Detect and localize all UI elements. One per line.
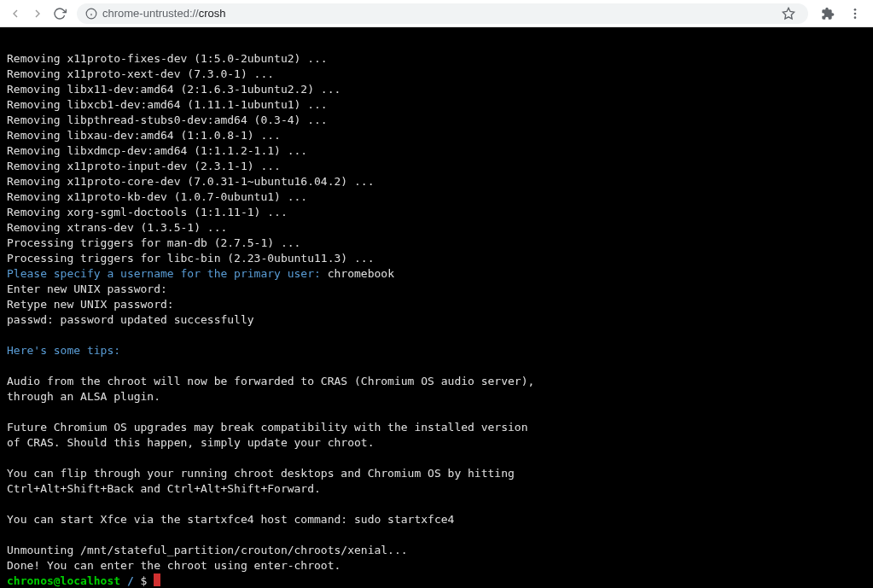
terminal-line: Processing triggers for libc-bin (2.23-0… <box>7 251 866 266</box>
terminal-line: Here's some tips: <box>7 343 866 358</box>
terminal-line <box>7 451 866 466</box>
menu-icon[interactable] <box>847 6 863 21</box>
terminal-line <box>7 328 866 343</box>
terminal-line: Removing xtrans-dev (1.3.5-1) ... <box>7 220 866 236</box>
terminal-line: Removing x11proto-core-dev (7.0.31-1~ubu… <box>7 174 866 189</box>
terminal-line: Processing triggers for man-db (2.7.5-1)… <box>7 236 866 251</box>
terminal[interactable]: Removing x11proto-fixes-dev (1:5.0-2ubun… <box>0 27 873 588</box>
terminal-line: Ctrl+Alt+Shift+Back and Ctrl+Alt+Shift+F… <box>7 481 866 497</box>
terminal-line: through an ALSA plugin. <box>7 389 866 405</box>
terminal-line <box>7 497 866 512</box>
bookmark-star-icon[interactable] <box>781 6 796 21</box>
terminal-line: Unmounting /mnt/stateful_partition/crout… <box>7 543 866 558</box>
terminal-line: Removing libxau-dev:amd64 (1:1.0.8-1) ..… <box>7 128 866 143</box>
terminal-line: Removing x11proto-input-dev (2.3.1-1) ..… <box>7 159 866 174</box>
terminal-line: You can start Xfce via the startxfce4 ho… <box>7 512 866 527</box>
terminal-line: Removing x11proto-kb-dev (1.0.7-0ubuntu1… <box>7 189 866 205</box>
reload-button[interactable] <box>51 5 68 22</box>
terminal-line: Audio from the chroot will now be forwar… <box>7 374 866 389</box>
terminal-line: Removing x11proto-fixes-dev (1:5.0-2ubun… <box>7 51 866 67</box>
terminal-line: passwd: password updated successfully <box>7 312 866 328</box>
terminal-line: Removing x11proto-xext-dev (7.3.0-1) ... <box>7 67 866 82</box>
terminal-line: Removing libxcb1-dev:amd64 (1.11.1-1ubun… <box>7 97 866 113</box>
terminal-line: of CRAS. Should this happen, simply upda… <box>7 435 866 451</box>
svg-point-5 <box>854 12 857 15</box>
terminal-line: Future Chromium OS upgrades may break co… <box>7 420 866 435</box>
terminal-line: You can flip through your running chroot… <box>7 466 866 481</box>
terminal-line <box>7 527 866 543</box>
svg-point-6 <box>854 16 857 19</box>
terminal-line: Enter new UNIX password: <box>7 282 866 297</box>
terminal-line: Removing xorg-sgml-doctools (1:1.11-1) .… <box>7 205 866 220</box>
terminal-line <box>7 358 866 374</box>
svg-marker-3 <box>783 8 794 19</box>
svg-point-4 <box>854 9 857 11</box>
terminal-line: Done! You can enter the chroot using ent… <box>7 558 866 573</box>
address-bar[interactable]: chrome-untrusted://crosh <box>77 3 808 24</box>
extensions-icon[interactable] <box>820 6 835 21</box>
url-text: chrome-untrusted://crosh <box>102 7 772 20</box>
terminal-line: Removing libxdmcp-dev:amd64 (1:1.1.2-1.1… <box>7 143 866 159</box>
terminal-line: Removing libx11-dev:amd64 (2:1.6.3-1ubun… <box>7 82 866 97</box>
site-info-icon[interactable] <box>85 8 97 20</box>
terminal-prompt[interactable]: chronos@localhost / $ <box>7 573 866 588</box>
browser-toolbar: chrome-untrusted://crosh <box>0 0 873 27</box>
forward-button[interactable] <box>29 5 46 22</box>
terminal-line: Retype new UNIX password: <box>7 297 866 312</box>
terminal-line <box>7 405 866 420</box>
terminal-line: Please specify a username for the primar… <box>7 266 866 282</box>
cursor-icon <box>154 573 160 586</box>
terminal-line: Removing libpthread-stubs0-dev:amd64 (0.… <box>7 113 866 128</box>
back-button[interactable] <box>7 5 24 22</box>
